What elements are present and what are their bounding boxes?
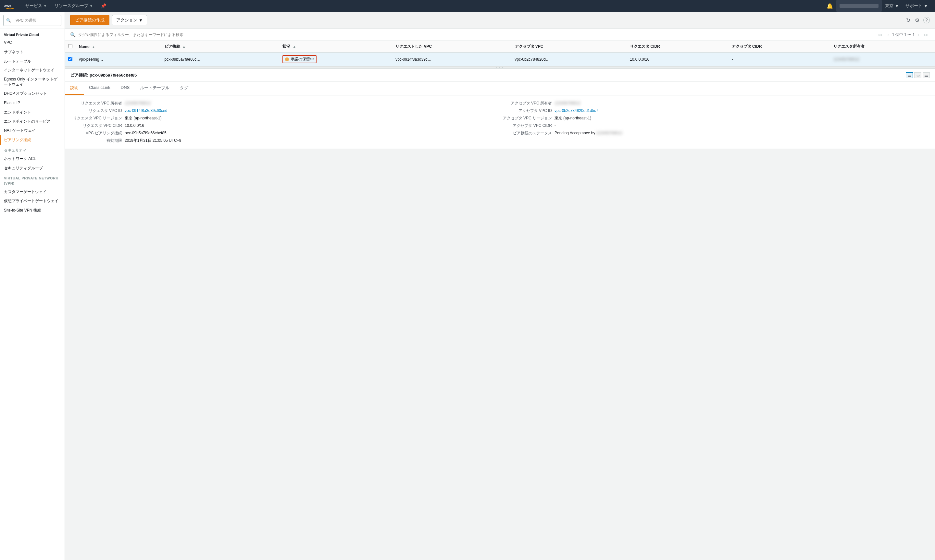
- sidebar-item-cgw[interactable]: カスタマーゲートウェイ: [0, 187, 65, 197]
- nav-pin[interactable]: 📌: [97, 0, 110, 12]
- sidebar-item-vgw[interactable]: 仮想プライベートゲートウェイ: [0, 197, 65, 206]
- sidebar-search-outer: 🔍: [3, 15, 62, 26]
- nav-region[interactable]: 東京 ▼: [882, 0, 902, 12]
- th-accepter-vpc[interactable]: アクセプタ VPC: [511, 41, 627, 52]
- nav-user-account[interactable]: [836, 0, 882, 12]
- pagination-next-button[interactable]: ›: [917, 31, 921, 38]
- table-search-input[interactable]: [78, 32, 874, 37]
- requester-cidr-label: リクエスタ VPC CIDR: [70, 123, 122, 128]
- tab-classiclink[interactable]: ClassicLink: [84, 82, 116, 95]
- sidebar-item-nacl[interactable]: ネットワーク ACL: [0, 154, 65, 163]
- app-layout: 🔍 Virtual Private Cloud VPC サブネット ルートテーブ…: [0, 12, 935, 560]
- table-row[interactable]: vpc-peering… pcx-09b5a7f9e66c… 承諾の保留中 vp…: [65, 52, 935, 66]
- peering-conn-label: VPC ピアリング接続: [70, 131, 122, 136]
- top-nav: aws サービス ▼ リソースグループ ▼ 📌 🔔 東京 ▼ サポート ▼: [0, 0, 935, 12]
- requester-region-value: 東京 (ap-northeast-1): [125, 115, 161, 121]
- peer-status-account: 123456789012: [596, 131, 622, 135]
- expiry-label: 有効期限: [70, 138, 122, 143]
- table-wrapper: Name ▲ ピア接続 ▲ 状況 ▲ リクエストした VPC アクセプタ VPC…: [65, 41, 935, 66]
- th-requester-owner[interactable]: リクエスタ所有者: [830, 41, 935, 52]
- sidebar-item-sg[interactable]: セキュリティグループ: [0, 163, 65, 173]
- sidebar-search-icon: 🔍: [6, 18, 11, 23]
- nav-resource-groups[interactable]: リソースグループ ▼: [51, 0, 97, 12]
- detail-accepter-vpc-id-row: アクセプタ VPC ID vpc-0b2c784820dd1d5c7: [500, 108, 930, 114]
- row-requester-owner-value: 123456789012: [833, 57, 860, 62]
- requester-cidr-value: 10.0.0.0/16: [125, 123, 144, 128]
- detail-expiry-row: 有効期限 2019年1月31日 21:05:05 UTC+9: [70, 138, 500, 143]
- detail-view-full-icon[interactable]: ▬: [923, 72, 930, 78]
- row-accepter-cidr: -: [729, 52, 830, 66]
- th-peering-id[interactable]: ピア接続 ▲: [161, 41, 280, 52]
- row-accepter-vpc: vpc-0b2c784820d…: [511, 52, 627, 66]
- detail-view-bottom-icon[interactable]: ▭: [914, 72, 921, 78]
- sidebar-item-subnet[interactable]: サブネット: [0, 48, 65, 57]
- detail-header: ピア接続: pcx-09b5a7f9e66cbef85 ▬ ▭ ▬: [65, 69, 935, 82]
- detail-tabs: 説明 ClassicLink DNS ルートテーブル タグ: [65, 82, 935, 95]
- th-requester-vpc[interactable]: リクエストした VPC: [392, 41, 511, 52]
- th-accepter-cidr[interactable]: アクセプタ CIDR: [729, 41, 830, 52]
- table-section: 🔍 ⏮ ‹ 1 個中 1 〜 1 › ⏭: [65, 29, 935, 560]
- nav-bell[interactable]: 🔔: [823, 0, 836, 12]
- actions-button[interactable]: アクション ▼: [112, 15, 147, 25]
- sidebar-item-peering[interactable]: ピアリング接続: [0, 135, 65, 145]
- requester-vpc-id-link[interactable]: vpc-0914f8a3d39c60ced: [125, 108, 167, 113]
- sidebar-item-vpc[interactable]: VPC: [0, 38, 65, 48]
- help-icon[interactable]: ?: [923, 17, 930, 23]
- tab-route-table[interactable]: ルートテーブル: [135, 82, 175, 95]
- tab-description[interactable]: 説明: [65, 82, 84, 95]
- detail-requester-cidr-row: リクエスタ VPC CIDR 10.0.0.0/16: [70, 123, 500, 128]
- row-checkbox[interactable]: [68, 57, 72, 61]
- pagination-last-button[interactable]: ⏭: [923, 31, 930, 38]
- th-name[interactable]: Name ▲: [75, 41, 161, 52]
- sidebar-search-input[interactable]: [13, 17, 52, 24]
- main-content: ピア接続の作成 アクション ▼ ↻ ⚙ ? 🔍 ⏮ ‹ 1 個中 1 〜 1: [65, 12, 935, 560]
- accepter-region-label: アクセプタ VPC リージョン: [500, 115, 552, 121]
- pagination-prev-button[interactable]: ‹: [886, 31, 890, 38]
- resize-divider[interactable]: • • •: [65, 66, 935, 69]
- accepter-cidr-label: アクセプタ VPC CIDR: [500, 123, 552, 128]
- detail-left: リクエスタ VPC 所有者 123456789012 リクエスタ VPC ID …: [70, 101, 500, 143]
- sidebar-item-route-table[interactable]: ルートテーブル: [0, 57, 65, 66]
- svg-text:aws: aws: [4, 4, 11, 8]
- row-checkbox-cell: [65, 52, 75, 66]
- nav-support[interactable]: サポート ▼: [902, 0, 931, 12]
- peer-status-label: ピア接続のステータス: [500, 131, 552, 136]
- tab-tags[interactable]: タグ: [175, 82, 194, 95]
- requester-owner-label: リクエスタ VPC 所有者: [70, 101, 122, 106]
- refresh-icon[interactable]: ↻: [906, 17, 911, 24]
- sidebar-item-nat[interactable]: NAT ゲートウェイ: [0, 126, 65, 135]
- select-all-checkbox[interactable]: [68, 44, 72, 48]
- detail-peering-conn-row: VPC ピアリング接続 pcx-09b5a7f9e66cbef85: [70, 131, 500, 136]
- sidebar-item-endpoint-service[interactable]: エンドポイントのサービス: [0, 117, 65, 126]
- aws-logo[interactable]: aws: [4, 2, 16, 10]
- nav-services[interactable]: サービス ▼: [22, 0, 51, 12]
- nav-right: 🔔 東京 ▼ サポート ▼: [823, 0, 931, 12]
- search-bar: 🔍 ⏮ ‹ 1 個中 1 〜 1 › ⏭: [65, 29, 935, 41]
- sidebar-item-egress[interactable]: Egress Only インターネットゲートウェイ: [0, 75, 65, 89]
- detail-accepter-owner-row: アクセプタ VPC 所有者 123456789012: [500, 101, 930, 106]
- accepter-owner-value: 123456789012: [555, 101, 581, 105]
- sidebar-item-endpoint[interactable]: エンドポイント: [0, 108, 65, 117]
- tab-dns[interactable]: DNS: [116, 82, 135, 95]
- sidebar-item-eip[interactable]: Elastic IP: [0, 98, 65, 108]
- detail-right: アクセプタ VPC 所有者 123456789012 アクセプタ VPC ID …: [500, 101, 930, 143]
- pagination-first-button[interactable]: ⏮: [877, 31, 884, 38]
- th-name-sort-icon: ▲: [92, 45, 95, 49]
- settings-icon[interactable]: ⚙: [914, 17, 920, 24]
- th-status-sort-icon: ▲: [293, 45, 296, 48]
- th-status[interactable]: 状況 ▲: [279, 41, 392, 52]
- sidebar-item-dhcp[interactable]: DHCP オプションセット: [0, 89, 65, 98]
- sidebar-item-vpn[interactable]: Site-to-Site VPN 接続: [0, 206, 65, 215]
- row-requester-cidr: 10.0.0.0/16: [627, 52, 729, 66]
- sidebar-section-vpc-header: Virtual Private Cloud: [0, 29, 65, 38]
- accepter-vpc-id-link[interactable]: vpc-0b2c784820dd1d5c7: [555, 108, 598, 113]
- requester-vpc-id-label: リクエスタ VPC ID: [70, 108, 122, 114]
- accepter-region-value: 東京 (ap-northeast-1): [555, 115, 591, 121]
- sidebar-item-igw[interactable]: インターネットゲートウェイ: [0, 66, 65, 75]
- sidebar-search: 🔍: [0, 12, 65, 29]
- detail-peer-status-row: ピア接続のステータス Pending Acceptance by 1234567…: [500, 131, 930, 136]
- create-peering-button[interactable]: ピア接続の作成: [70, 15, 109, 25]
- detail-view-split-icon[interactable]: ▬: [906, 72, 913, 78]
- row-requester-owner: 123456789012: [830, 52, 935, 66]
- th-requester-cidr[interactable]: リクエスタ CIDR: [627, 41, 729, 52]
